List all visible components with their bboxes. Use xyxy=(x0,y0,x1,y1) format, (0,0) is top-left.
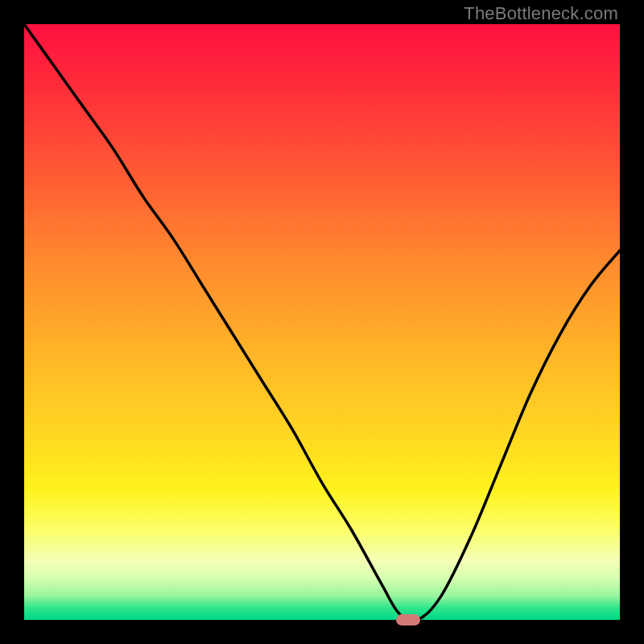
bottleneck-curve-path xyxy=(24,24,620,621)
watermark-text: TheBottleneck.com xyxy=(464,3,618,24)
curve-svg xyxy=(24,24,620,620)
chart-frame: TheBottleneck.com xyxy=(0,0,644,644)
optimum-marker xyxy=(396,614,420,625)
plot-area xyxy=(24,24,620,620)
